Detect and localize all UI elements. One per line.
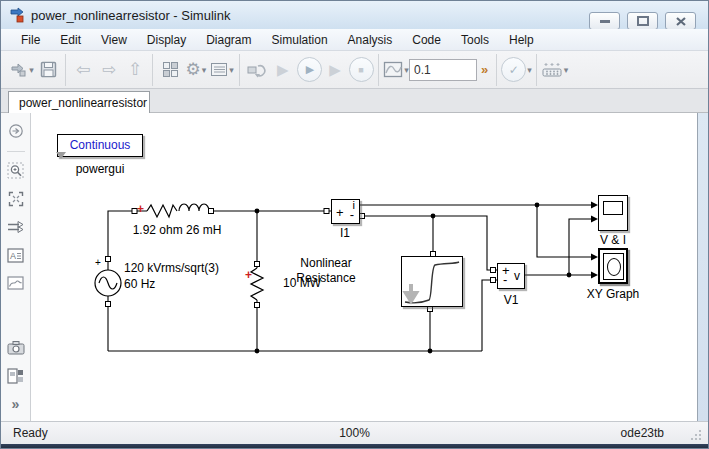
image-button[interactable] <box>5 273 27 294</box>
load-resistor-block[interactable] <box>251 268 263 300</box>
zoom-region-button[interactable] <box>5 161 27 182</box>
save-button[interactable] <box>35 56 61 84</box>
close-button[interactable] <box>665 12 696 30</box>
stop-button[interactable]: ■ <box>348 56 374 84</box>
nonlinear-resistance-block[interactable] <box>401 256 463 307</box>
powergui-label[interactable]: powergui <box>76 162 125 176</box>
source-label-line1[interactable]: 120 kVrms/sqrt(3) <box>124 261 219 275</box>
left-palette: A » <box>1 113 31 421</box>
toolbar-separator <box>496 54 497 86</box>
menu-diagram[interactable]: Diagram <box>196 31 261 49</box>
toolbar-separator <box>378 54 379 86</box>
menu-analysis[interactable]: Analysis <box>338 31 403 49</box>
simulink-app-icon <box>9 7 25 23</box>
simulink-window: power_nonlinearresistor - Simulink File … <box>0 0 709 449</box>
xy-graph-block[interactable] <box>598 248 628 284</box>
navigate-up-button[interactable]: ⇧ <box>122 56 148 84</box>
palette-separator <box>7 151 25 152</box>
step-back-icon: ◀ <box>277 61 289 79</box>
minimize-button[interactable] <box>589 12 620 30</box>
dropdown-icon: ▾ <box>564 65 569 75</box>
nonlinear-curve-icon <box>402 257 462 306</box>
menu-file[interactable]: File <box>11 31 50 49</box>
step-forward-button[interactable]: ▶ <box>322 56 348 84</box>
simulation-display-button[interactable]: ▾ <box>383 56 409 84</box>
toolbar-overflow-chevron[interactable]: » <box>481 62 488 77</box>
annotation-button[interactable]: A <box>5 245 27 266</box>
restore-button[interactable] <box>627 12 658 30</box>
dropdown-icon: ▾ <box>527 65 532 75</box>
source-label-line2[interactable]: 60 Hz <box>124 277 155 291</box>
v1-block[interactable]: + - v <box>497 263 525 289</box>
screenshot-button[interactable] <box>5 337 27 358</box>
vi-scope-label[interactable]: V & I <box>600 233 626 247</box>
menu-tools[interactable]: Tools <box>451 31 499 49</box>
zoom-level[interactable]: 100% <box>339 426 370 440</box>
wire-v-branch-to-vi[interactable] <box>569 219 591 275</box>
step-back-button[interactable]: ◀ <box>270 56 296 84</box>
menu-help[interactable]: Help <box>499 31 544 49</box>
menu-view[interactable]: View <box>91 31 137 49</box>
dropdown-icon: ▾ <box>29 65 34 75</box>
powergui-block[interactable]: Continuous <box>57 134 143 157</box>
vi-scope-block[interactable] <box>598 195 628 231</box>
route-lines-button[interactable] <box>5 217 27 238</box>
new-model-button[interactable]: ▾ <box>9 56 35 84</box>
annotation-icon: A <box>7 248 24 263</box>
image-icon <box>7 276 24 290</box>
library-browser-button[interactable] <box>157 56 183 84</box>
i1-block[interactable]: + i - <box>331 199 360 224</box>
step-forward-icon: ▶ <box>329 61 341 79</box>
wire-i-branch-to-xy[interactable] <box>537 205 591 257</box>
i1-minus-sign: - <box>350 208 354 221</box>
tab-bar: power_nonlinearresistor <box>1 89 708 113</box>
rl-branch-block[interactable] <box>147 204 209 217</box>
load-polarity: + <box>245 269 252 281</box>
source-polarity: + <box>95 258 101 268</box>
fit-to-view-button[interactable] <box>5 189 27 210</box>
navigate-back-button[interactable]: ⇦ <box>70 56 96 84</box>
window-bottom-frame <box>1 444 708 449</box>
tab-power-nonlinearresistor[interactable]: power_nonlinearresistor <box>8 91 150 113</box>
rl-branch-label[interactable]: 1.92 ohm 26 mH <box>133 223 222 237</box>
update-diagram-button[interactable] <box>244 56 270 84</box>
tab-label: power_nonlinearresistor <box>19 96 147 110</box>
dropdown-icon: ▾ <box>202 65 207 75</box>
nonlinear-label-line1[interactable]: Nonlinear <box>300 256 351 270</box>
resize-grip-icon[interactable] <box>690 429 702 441</box>
solver-name[interactable]: ode23tb <box>621 426 664 440</box>
configuration-list-button[interactable]: ▾ <box>209 56 235 84</box>
resistor-zigzag <box>251 268 263 300</box>
model-advisor-button[interactable]: ✓ ▾ <box>501 56 532 84</box>
forward-icon: ⇨ <box>102 59 116 80</box>
model-canvas[interactable]: Continuous powergui 1.92 ohm 26 mH + + 1… <box>31 113 698 421</box>
palette-more-button[interactable]: » <box>5 393 27 414</box>
toolbar-separator <box>239 54 240 86</box>
dock-arrow-icon <box>8 123 24 139</box>
up-icon: ⇧ <box>128 59 142 80</box>
menu-bar: File Edit View Display Diagram Simulatio… <box>1 29 708 51</box>
menu-simulation[interactable]: Simulation <box>262 31 338 49</box>
sim-stop-time-input[interactable] <box>409 59 477 81</box>
library-browser-icon <box>162 61 179 78</box>
model-settings-button[interactable]: ⚙ ▾ <box>183 56 209 84</box>
ac-source-block[interactable] <box>95 270 121 296</box>
menu-code[interactable]: Code <box>402 31 451 49</box>
wire-v1-minus[interactable] <box>482 280 497 351</box>
build-button[interactable]: ▾ <box>541 56 569 84</box>
menu-display[interactable]: Display <box>137 31 196 49</box>
v1-label[interactable]: V1 <box>504 293 519 307</box>
toolbar-separator <box>536 54 537 86</box>
v1-minus-sign: - <box>503 273 507 286</box>
hide-browser-button[interactable] <box>5 121 27 142</box>
library-blocks-button[interactable] <box>5 365 27 386</box>
menu-edit[interactable]: Edit <box>50 31 91 49</box>
i1-label[interactable]: I1 <box>340 226 350 240</box>
run-button[interactable]: ▶ <box>296 56 322 84</box>
close-icon <box>676 17 686 26</box>
xy-graph-label[interactable]: XY Graph <box>587 287 639 301</box>
navigate-forward-button[interactable]: ⇨ <box>96 56 122 84</box>
v1-signal-letter: v <box>514 270 520 282</box>
rl-branch-polarity: + <box>137 203 144 215</box>
nonlinear-label-line2[interactable]: Resistance <box>296 271 355 285</box>
